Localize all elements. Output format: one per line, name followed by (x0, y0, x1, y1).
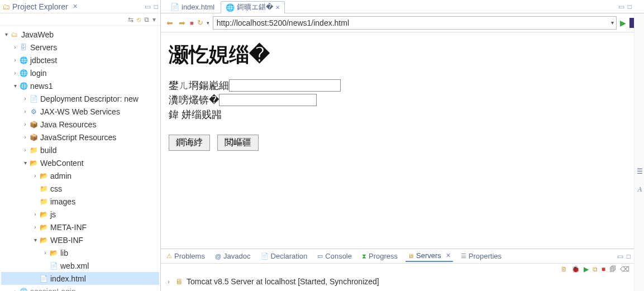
collapse-all-icon[interactable]: ⇆ (128, 16, 133, 23)
focus-icon[interactable]: ⧉ (144, 16, 149, 23)
username-input[interactable] (229, 79, 341, 92)
outline-trim-icon[interactable]: ☰ (637, 168, 643, 175)
tree-item-indexhtml[interactable]: 📄 index.html (1, 272, 159, 285)
server-item[interactable]: › 🖥 Tomcat v8.5 Server at localhost [Sta… (161, 275, 634, 288)
start-icon[interactable]: ▶ (584, 265, 589, 273)
view-menu-icon[interactable]: ▾ (152, 16, 156, 23)
tab-progress[interactable]: ⧗ Progress (360, 251, 400, 261)
tree-item-admin[interactable]: › 📂 admin (1, 169, 159, 182)
new-server-icon[interactable]: 🗎 (561, 265, 567, 273)
chevron-down-icon[interactable]: ▾ (21, 160, 29, 166)
properties-icon: ☰ (461, 252, 466, 260)
refresh-icon[interactable]: ↻ (197, 18, 203, 27)
tree-item-js[interactable]: › 📂 js (1, 208, 159, 221)
chevron-right-icon[interactable]: › (11, 44, 19, 50)
tree-item-servers[interactable]: › 🗄 Servers (1, 41, 159, 54)
dropdown-icon[interactable]: ▾ (207, 20, 209, 26)
minimize-icon[interactable]: ▭ (145, 3, 151, 11)
maximize-icon[interactable]: □ (154, 3, 158, 11)
tree-label: JAX-WS Web Services (40, 107, 120, 116)
tree-label: login (30, 69, 47, 78)
tree-item-webinf[interactable]: ▾ 📂 WEB-INF (1, 233, 159, 246)
chevron-right-icon[interactable]: › (11, 288, 19, 291)
console-icon: ▭ (317, 252, 323, 260)
tab-javadoc[interactable]: @ Javadoc (213, 251, 253, 261)
password-label: 瀵嗙爜锛� (169, 93, 219, 107)
maximize-icon[interactable]: □ (627, 252, 631, 260)
forward-icon[interactable]: ➡ (178, 18, 187, 27)
project-tree[interactable]: ▾ 🗂 JavaWeb › 🗄 Servers › 🌐 jdbctest › 🌐… (0, 26, 160, 291)
tab-browser[interactable]: 🌐 鎶曠エ鍖� ✕ (221, 1, 285, 13)
tab-declaration[interactable]: 📄 Declaration (259, 251, 310, 261)
login-button[interactable]: 鐧诲綍 (169, 135, 210, 151)
chevron-right-icon[interactable]: › (21, 147, 29, 153)
tree-item-images[interactable]: 📁 images (1, 195, 159, 208)
chevron-right-icon[interactable]: › (31, 211, 39, 217)
chevron-down-icon[interactable]: ▾ (11, 83, 19, 89)
tree-item-webxml[interactable]: 📄 web.xml (1, 259, 159, 272)
tree-item-js-resources[interactable]: › 📦 JavaScript Resources (1, 131, 159, 144)
tree-item-news1[interactable]: ▾ 🌐 news1 (1, 79, 159, 92)
url-input[interactable]: http://localhost:5200/news1/index.html ▾ (213, 16, 617, 30)
chevron-right-icon[interactable]: › (21, 108, 29, 115)
chevron-down-icon[interactable]: ▾ (611, 20, 614, 26)
tree-root[interactable]: ▾ 🗂 JavaWeb (1, 28, 159, 41)
tree-item-webcontent[interactable]: ▾ 📂 WebContent (1, 156, 159, 169)
tree-item-css[interactable]: 📁 css (1, 182, 159, 195)
tree-item-lib[interactable]: › 📂 lib (1, 246, 159, 259)
folder-icon: 📁 (39, 185, 48, 193)
tree-item-login[interactable]: › 🌐 login (1, 66, 159, 79)
close-icon[interactable]: ✕ (446, 252, 451, 259)
close-icon[interactable]: ✕ (275, 4, 280, 11)
bottom-minmax: ▭ □ (617, 252, 631, 260)
chevron-down-icon[interactable]: ▾ (31, 237, 39, 243)
form-row-password: 瀵嗙爜锛� (169, 93, 626, 107)
chevron-right-icon[interactable]: › (165, 279, 172, 285)
reset-button[interactable]: 閲嶇疆 (217, 135, 259, 151)
maximize-icon[interactable]: □ (628, 3, 632, 11)
tab-index-html[interactable]: 📄 index.html (165, 1, 220, 13)
debug-icon[interactable]: 🐞 (571, 265, 580, 273)
tab-console[interactable]: ▭ Console (315, 251, 354, 261)
profile-icon[interactable]: ⧉ (593, 265, 598, 273)
tree-item-cut[interactable]: › 🌐 sessionLogin (1, 285, 159, 291)
chevron-down-icon[interactable]: ▾ (2, 31, 10, 37)
clean-icon[interactable]: ⌫ (620, 265, 629, 273)
go-icon[interactable]: ▶ (620, 18, 626, 27)
link-editor-icon[interactable]: ⎋ (137, 16, 141, 23)
tree-item-deployment-descriptor[interactable]: › 📄 Deployment Descriptor: new (1, 92, 159, 105)
tree-item-jaxws[interactable]: › ⚙ JAX-WS Web Services (1, 105, 159, 118)
tree-label: JavaScript Resources (40, 133, 116, 142)
close-icon[interactable]: ✕ (73, 3, 78, 10)
chevron-right-icon[interactable]: › (41, 250, 49, 256)
form-row-extra: 鍏 姘缁贱嘂 (169, 108, 626, 121)
chevron-right-icon[interactable]: › (31, 224, 39, 230)
chevron-right-icon[interactable]: › (31, 173, 39, 179)
editor-area: ☰ A 📄 index.html 🌐 鎶曠エ鍖� ✕ ▭ □ ⬅ ➡ ■ ↻ ▾… (161, 0, 644, 291)
chevron-right-icon[interactable]: › (21, 121, 29, 127)
chevron-right-icon[interactable]: › (11, 57, 19, 63)
chevron-right-icon[interactable]: › (21, 96, 29, 102)
tree-label: lib (60, 249, 68, 257)
stop-icon[interactable]: ■ (190, 20, 194, 26)
chevron-right-icon[interactable]: › (21, 134, 29, 140)
browser-content: 灏忔娊缁� 鐢ㄦ埛鍚嶏細 瀵嗙爜锛� 鍏 姘缁贱嘂 鐧诲綍 閲嶇疆 (161, 32, 634, 249)
tree-item-java-resources[interactable]: › 📦 Java Resources (1, 118, 159, 131)
folder-open-icon: 📂 (39, 211, 48, 218)
stop-icon[interactable]: ■ (602, 265, 605, 273)
chevron-right-icon[interactable]: › (11, 70, 19, 76)
tab-problems[interactable]: ⚠ Problems (164, 251, 207, 261)
tab-servers[interactable]: 🖥 Servers ✕ (406, 250, 453, 262)
tree-label: Servers (30, 43, 57, 52)
minimize-icon[interactable]: ▭ (618, 3, 624, 11)
tree-item-build[interactable]: › 📁 build (1, 144, 159, 156)
js-res-icon: 📦 (29, 133, 38, 141)
minimize-icon[interactable]: ▭ (617, 252, 623, 260)
tree-item-jdbctest[interactable]: › 🌐 jdbctest (1, 54, 159, 66)
tab-properties[interactable]: ☰ Properties (459, 251, 504, 261)
url-text: http://localhost:5200/news1/index.html (217, 18, 349, 27)
password-input[interactable] (219, 94, 317, 106)
tree-item-metainf[interactable]: › 📂 META-INF (1, 221, 159, 233)
publish-icon[interactable]: 🗐 (609, 265, 616, 273)
back-icon[interactable]: ⬅ (165, 18, 174, 27)
